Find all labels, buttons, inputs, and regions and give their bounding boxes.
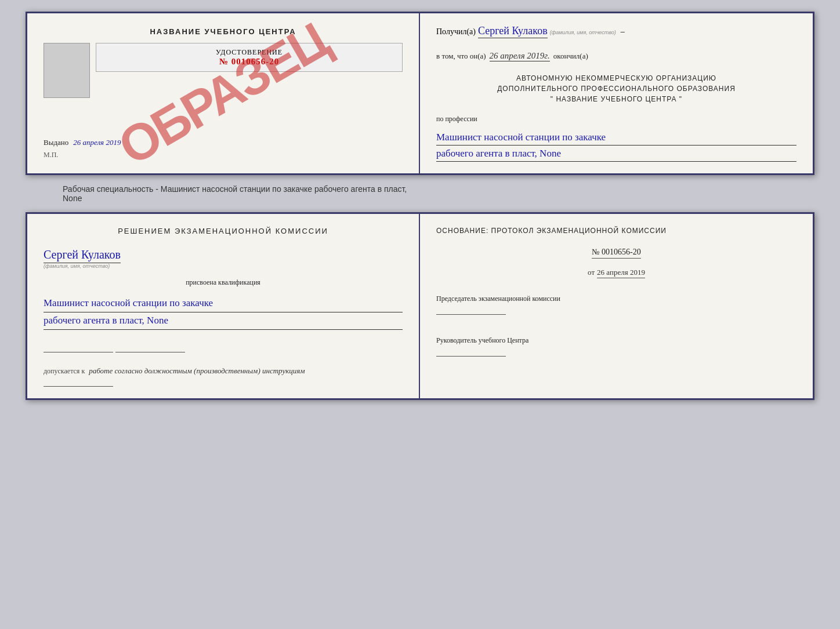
profession-line1-top: Машинист насосной станции по закачке [436,129,796,146]
dopuskaetsya-section: допускается к работе согласно должностны… [44,366,403,376]
predsedatel-sign [436,314,506,315]
cert-number-top: № 0010656-20 [103,57,395,67]
photo-box [44,43,90,98]
center-title-top: НАЗВАНИЕ УЧЕБНОГО ЦЕНТРА [44,27,403,36]
sign-lines [44,343,403,355]
komissia-title: Решением экзаменационной комиссии [44,226,403,238]
fio-hint-top: (фамилия, имя, отчество) [550,30,616,35]
vydano-label: Выдано [44,138,68,147]
poluchil-line: Получил(а) Сергей Кулаков (фамилия, имя,… [436,25,796,38]
prisvoena-label: присвоена квалификация [44,278,403,287]
top-document-spread: НАЗВАНИЕ УЧЕБНОГО ЦЕНТРА ОБРАЗЕЦ УДОСТОВ… [26,12,814,175]
rukov-sign [436,356,506,357]
vydano-section: Выдано 26 апреля 2019 М.П. [44,119,403,159]
sign-line-3 [44,386,113,387]
poluchil-label: Получил(а) [436,27,476,37]
ot-label: от [588,268,595,277]
ot-date-value: 26 апреля 2019 [597,268,645,278]
top-left-panel: НАЗВАНИЕ УЧЕБНОГО ЦЕНТРА ОБРАЗЕЦ УДОСТОВ… [27,13,420,173]
photo-placeholder [44,43,90,100]
org-block: АВТОНОМНУЮ НЕКОММЕРЧЕСКУЮ ОРГАНИЗАЦИЮ ДО… [436,73,796,104]
left-inner: УДОСТОВЕРЕНИЕ № 0010656-20 [44,43,403,100]
vydano-row: Выдано 26 апреля 2019 [44,137,403,147]
bottom-fio-hint: (фамилия, имя, отчество) [44,263,403,269]
predsedatel-label: Председатель экзаменационной комиссии [436,293,796,304]
bottom-left-panel: Решением экзаменационной комиссии Сергей… [27,214,420,398]
cert-middle: УДОСТОВЕРЕНИЕ № 0010656-20 [96,43,403,100]
okonchil-label: окончил(а) [553,52,588,61]
separator-section: Рабочая специальность - Машинист насосно… [12,184,407,203]
bottom-fio-section: Сергей Кулаков (фамилия, имя, отчество) [44,248,403,269]
org-title2: ДОПОЛНИТЕЛЬНОГО ПРОФЕССИОНАЛЬНОГО ОБРАЗО… [436,83,796,94]
top-right-panel: Получил(а) Сергей Кулаков (фамилия, имя,… [420,13,813,173]
osnov-title: Основание: протокол экзаменационной коми… [436,226,796,236]
rukov-section: Руководитель учебного Центра [436,335,796,359]
udostoverenie-box: УДОСТОВЕРЕНИЕ № 0010656-20 [96,43,403,72]
fio-handwritten-top: Сергей Кулаков [478,25,548,38]
bottom-right-panel: Основание: протокол экзаменационной коми… [420,214,813,398]
bottom-profession2: рабочего агента в пласт, None [44,312,403,330]
bottom-profession1: Машинист насосной станции по закачке [44,295,403,312]
po-prof-label: по профессии [436,115,796,123]
predsedatel-section: Председатель экзаменационной комиссии [436,293,796,318]
profession-line2-top: рабочего агента в пласт, None [436,146,796,162]
org-name: " НАЗВАНИЕ УЧЕБНОГО ЦЕНТРА " [436,94,796,104]
sign-line-1 [44,352,113,352]
vtom-date: 26 апреля 2019г. [490,51,550,61]
bottom-document-spread: Решением экзаменационной комиссии Сергей… [26,212,814,400]
rukov-label: Руководитель учебного Центра [436,335,796,346]
separator-text: Рабочая специальность - Машинист насосно… [37,184,407,194]
udostoverenie-label: УДОСТОВЕРЕНИЕ [103,48,395,57]
vtom-label: в том, что он(а) [436,52,486,61]
separator-text2: None [37,194,407,203]
sign-line-2 [115,352,185,352]
vydano-date: 26 апреля 2019 [73,138,121,147]
mp-label: М.П. [44,151,403,159]
ot-date-section: от 26 апреля 2019 [436,268,796,278]
bottom-fio: Сергей Кулаков [44,248,121,263]
bottom-profession-block: Машинист насосной станции по закачке раб… [44,295,403,330]
vtom-section: в том, что он(а) 26 апреля 2019г. окончи… [436,51,796,61]
org-title1: АВТОНОМНУЮ НЕКОММЕРЧЕСКУЮ ОРГАНИЗАЦИЮ [436,73,796,83]
dash-top: – [621,27,625,37]
dopuskaetsya-text: работе согласно должностным (производств… [89,366,305,375]
dopuskaetsya-label: допускается к [44,367,85,375]
protocol-number: № 0010656-20 [592,248,641,259]
profession-block-top: Машинист насосной станции по закачке раб… [436,129,796,162]
